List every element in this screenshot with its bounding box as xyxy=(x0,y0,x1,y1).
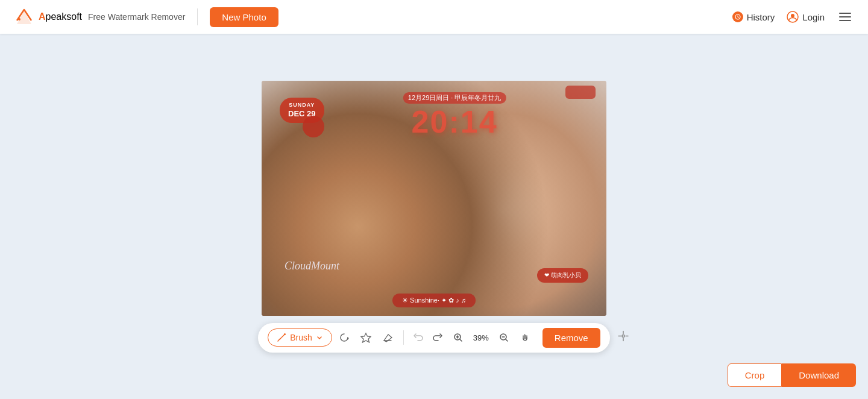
redo-icon xyxy=(432,332,443,343)
watermark-heart-badge: ❤ 萌肉乳小贝 xyxy=(537,268,588,283)
history-icon xyxy=(732,11,743,22)
toolbar-separator-1 xyxy=(403,330,404,345)
zoom-level: 39% xyxy=(470,333,492,342)
pan-button[interactable] xyxy=(516,328,535,347)
history-button[interactable]: History xyxy=(732,11,775,22)
photo-container[interactable]: SUNDAY DEC 29 12月29日周日 · 甲辰年冬月廿九 20:14 C… xyxy=(262,81,606,316)
brush-icon xyxy=(277,333,286,342)
zoom-in-icon xyxy=(453,332,464,343)
redo-button[interactable] xyxy=(429,329,446,346)
svg-marker-5 xyxy=(361,333,371,342)
polygon-icon xyxy=(360,332,371,343)
undo-button[interactable] xyxy=(410,329,427,346)
undo-icon xyxy=(413,332,424,343)
photo-background: SUNDAY DEC 29 12月29日周日 · 甲辰年冬月廿九 20:14 C… xyxy=(262,81,606,316)
lasso-icon xyxy=(339,332,350,343)
watermark-circle-tr xyxy=(565,86,596,99)
crosshair-icon xyxy=(617,330,629,345)
toolbar: Brush xyxy=(258,323,609,353)
chevron-down-icon xyxy=(316,334,323,341)
menu-line-3 xyxy=(839,20,851,21)
svg-point-0 xyxy=(18,18,20,20)
zoom-out-icon xyxy=(498,332,509,343)
user-icon xyxy=(787,11,799,23)
new-photo-button[interactable]: New Photo xyxy=(210,7,278,27)
erase-icon xyxy=(382,332,393,343)
svg-point-3 xyxy=(791,14,794,17)
watermark-signature: CloudMount xyxy=(285,260,339,272)
watermark-datetime: 12月29日周日 · 甲辰年冬月廿九 20:14 xyxy=(403,92,506,137)
header-divider xyxy=(197,8,198,25)
zoom-in-button[interactable] xyxy=(448,328,468,347)
bottom-actions: Crop Download xyxy=(728,363,856,387)
watermark-bottom-bar: ☀ Sunshine· ✦ ✿ ♪ ♬ xyxy=(392,294,476,307)
menu-line-1 xyxy=(839,13,851,14)
brush-button[interactable]: Brush xyxy=(268,328,332,347)
menu-button[interactable] xyxy=(837,10,854,24)
erase-button[interactable] xyxy=(378,328,397,347)
login-button[interactable]: Login xyxy=(787,11,825,23)
hand-icon xyxy=(520,332,531,343)
watermark-circle-tl xyxy=(303,116,324,137)
header: Apeaksoft Free Watermark Remover New Pho… xyxy=(0,0,868,34)
logo-icon xyxy=(14,7,34,27)
zoom-out-button[interactable] xyxy=(494,328,514,347)
login-label: Login xyxy=(802,12,825,22)
download-button[interactable]: Download xyxy=(782,363,856,387)
history-label: History xyxy=(747,12,775,22)
menu-line-2 xyxy=(839,16,851,17)
logo-area: Apeaksoft Free Watermark Remover xyxy=(14,7,185,27)
brush-label: Brush xyxy=(290,333,312,342)
svg-point-4 xyxy=(284,333,286,335)
remove-button[interactable]: Remove xyxy=(542,328,600,348)
lasso-button[interactable] xyxy=(335,328,354,347)
crop-button[interactable]: Crop xyxy=(728,363,782,387)
svg-point-8 xyxy=(622,335,624,338)
header-right: History Login xyxy=(732,10,854,24)
main-content: SUNDAY DEC 29 12月29日周日 · 甲辰年冬月廿九 20:14 C… xyxy=(0,0,868,399)
product-name: Free Watermark Remover xyxy=(88,12,185,22)
polygon-button[interactable] xyxy=(356,328,376,347)
canvas-area: SUNDAY DEC 29 12月29日周日 · 甲辰年冬月廿九 20:14 C… xyxy=(258,81,609,353)
logo-text: Apeaksoft xyxy=(39,11,82,22)
